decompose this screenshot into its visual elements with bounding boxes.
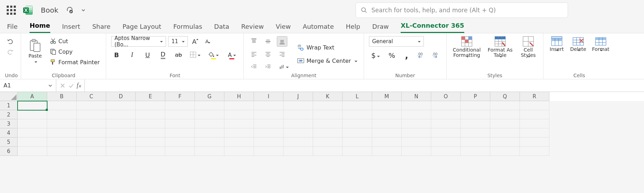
tab-share[interactable]: Share (92, 22, 110, 33)
tab-data[interactable]: Data (214, 22, 229, 33)
cell-F2[interactable] (165, 110, 195, 119)
cell-P6[interactable] (461, 147, 490, 156)
document-title[interactable]: Book (41, 6, 58, 14)
cell-F1[interactable] (165, 101, 195, 110)
cell-Q1[interactable] (490, 101, 520, 110)
cell-J2[interactable] (283, 110, 313, 119)
cell-Q4[interactable] (490, 128, 520, 138)
align-left-button[interactable] (249, 49, 259, 59)
cell-K2[interactable] (313, 110, 343, 119)
cell-A2[interactable] (18, 110, 47, 119)
cancel-formula-icon[interactable] (60, 83, 65, 88)
align-right-button[interactable] (277, 49, 287, 59)
search-input[interactable] (371, 6, 563, 14)
cell-L5[interactable] (343, 138, 372, 147)
tab-home[interactable]: Home (30, 21, 50, 33)
cell-H4[interactable] (224, 128, 254, 138)
tab-xl-connector-365[interactable]: XL-Connector 365 (401, 21, 464, 33)
cell-I2[interactable] (254, 110, 283, 119)
cell-E2[interactable] (136, 110, 165, 119)
name-box[interactable]: A1 (0, 79, 56, 92)
cell-D1[interactable] (106, 101, 136, 110)
increase-indent-button[interactable] (263, 61, 273, 72)
column-header-D[interactable]: D (106, 92, 136, 101)
tab-formulas[interactable]: Formulas (173, 22, 202, 33)
search-box[interactable] (356, 2, 568, 18)
cell-E6[interactable] (136, 147, 165, 156)
cell-B2[interactable] (47, 110, 77, 119)
cell-G4[interactable] (195, 128, 224, 138)
cell-A6[interactable] (18, 147, 47, 156)
double-underline-button[interactable]: D (158, 49, 168, 60)
tab-file[interactable]: File (7, 22, 18, 33)
format-cells-button[interactable]: Format (591, 36, 610, 53)
cell-N2[interactable] (402, 110, 431, 119)
decrease-font-size-button[interactable]: A (203, 36, 213, 47)
percent-format-button[interactable]: % (387, 50, 397, 61)
align-top-button[interactable] (249, 36, 259, 47)
tab-insert[interactable]: Insert (62, 22, 81, 33)
cell-R4[interactable] (520, 128, 549, 138)
column-header-J[interactable]: J (283, 92, 313, 101)
tab-automate[interactable]: Automate (303, 22, 334, 33)
align-middle-button[interactable] (263, 36, 273, 47)
cell-G2[interactable] (195, 110, 224, 119)
cell-H2[interactable] (224, 110, 254, 119)
cell-F6[interactable] (165, 147, 195, 156)
column-header-C[interactable]: C (77, 92, 106, 101)
row-header-1[interactable]: 1 (0, 101, 18, 110)
column-header-M[interactable]: M (372, 92, 402, 101)
cell-A3[interactable] (18, 119, 47, 128)
select-all-corner[interactable] (0, 92, 18, 101)
cell-M5[interactable] (372, 138, 402, 147)
cell-G1[interactable] (195, 101, 224, 110)
cell-G3[interactable] (195, 119, 224, 128)
cell-O3[interactable] (431, 119, 461, 128)
cell-D6[interactable] (106, 147, 136, 156)
cell-N4[interactable] (402, 128, 431, 138)
column-header-B[interactable]: B (47, 92, 77, 101)
row-header-6[interactable]: 6 (0, 147, 18, 156)
app-launcher-icon[interactable] (6, 5, 17, 16)
cell-D3[interactable] (106, 119, 136, 128)
cell-C5[interactable] (77, 138, 106, 147)
strikethrough-button[interactable]: ab (173, 49, 184, 60)
cell-B3[interactable] (47, 119, 77, 128)
cell-I6[interactable] (254, 147, 283, 156)
column-header-R[interactable]: R (520, 92, 549, 101)
cell-B4[interactable] (47, 128, 77, 138)
column-header-H[interactable]: H (224, 92, 254, 101)
align-center-button[interactable] (263, 49, 273, 59)
cell-F3[interactable] (165, 119, 195, 128)
column-header-L[interactable]: L (343, 92, 372, 101)
cell-P3[interactable] (461, 119, 490, 128)
cell-F5[interactable] (165, 138, 195, 147)
cell-R6[interactable] (520, 147, 549, 156)
tab-review[interactable]: Review (241, 22, 264, 33)
comma-format-button[interactable]: , (401, 50, 412, 61)
cell-O6[interactable] (431, 147, 461, 156)
row-header-3[interactable]: 3 (0, 119, 18, 128)
decrease-indent-button[interactable] (249, 61, 259, 72)
tab-help[interactable]: Help (346, 22, 360, 33)
title-dropdown-icon[interactable] (81, 8, 86, 13)
cell-E1[interactable] (136, 101, 165, 110)
cell-K5[interactable] (313, 138, 343, 147)
cell-R5[interactable] (520, 138, 549, 147)
tab-page-layout[interactable]: Page Layout (122, 22, 161, 33)
cell-L1[interactable] (343, 101, 372, 110)
column-header-F[interactable]: F (165, 92, 195, 101)
cell-M1[interactable] (372, 101, 402, 110)
cell-P4[interactable] (461, 128, 490, 138)
tab-view[interactable]: View (276, 22, 291, 33)
cell-B6[interactable] (47, 147, 77, 156)
column-header-Q[interactable]: Q (490, 92, 520, 101)
accounting-format-button[interactable]: $ (369, 50, 382, 61)
cell-D5[interactable] (106, 138, 136, 147)
cell-F4[interactable] (165, 128, 195, 138)
cell-J1[interactable] (283, 101, 313, 110)
row-header-2[interactable]: 2 (0, 110, 18, 119)
borders-button[interactable] (189, 49, 202, 60)
cut-button[interactable]: Cut (49, 36, 101, 46)
cell-D4[interactable] (106, 128, 136, 138)
